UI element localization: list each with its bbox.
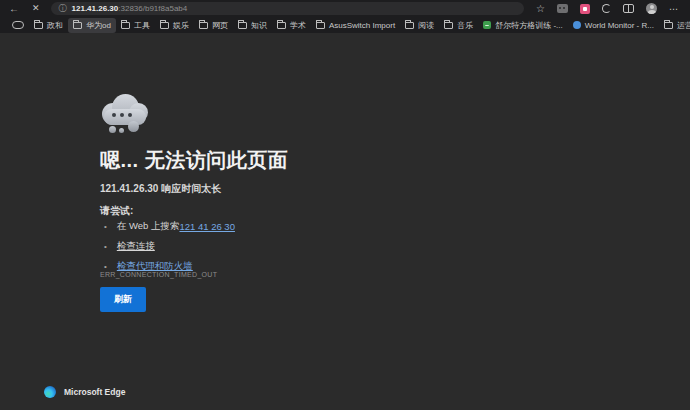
bookmark-folder-icon	[12, 21, 24, 29]
bookmark-folder-icon	[483, 21, 491, 29]
bookmark-item[interactable]	[7, 19, 29, 31]
bookmark-item[interactable]: 学术	[272, 18, 311, 33]
bookmark-item[interactable]: 工具	[116, 18, 155, 33]
bookmark-item[interactable]: World Monitor - R...	[568, 19, 659, 32]
edge-logo-icon	[44, 386, 56, 398]
site-info-icon[interactable]: ⓘ	[59, 2, 67, 15]
error-subtitle: 121.41.26.30 响应时间太长	[100, 182, 221, 196]
bookmark-label: 政和	[47, 20, 63, 31]
bookmark-label: AsusSwitch Import	[329, 21, 395, 30]
bookmark-folder-icon	[238, 22, 247, 29]
settings-menu-icon[interactable]: ⋯	[669, 4, 679, 14]
error-code: ERR_CONNECTION_TIMED_OUT	[100, 271, 217, 278]
url-text: 121.41.26.30:32836/b91f8a5ab4	[72, 4, 188, 13]
bookmark-folder-icon	[444, 22, 453, 29]
bookmark-item[interactable]: 网页	[194, 18, 233, 33]
error-page: 嗯... 无法访问此页面 121.41.26.30 响应时间太长 请尝试: 在 …	[0, 33, 690, 410]
error-title: 嗯... 无法访问此页面	[100, 147, 288, 174]
cloud-error-icon	[100, 91, 154, 137]
bookmark-label: 舒尔特方格训练 -...	[495, 20, 563, 31]
bookmark-item[interactable]: 政和	[29, 18, 68, 33]
bookmark-folder-icon	[316, 22, 325, 29]
bookmark-label: 音乐	[457, 20, 473, 31]
bookmark-folder-icon	[277, 22, 286, 29]
bookmark-folder-icon	[121, 22, 130, 29]
stop-icon[interactable]: ✕	[32, 0, 40, 17]
bookmark-folder-icon	[160, 22, 169, 29]
profile-avatar[interactable]	[646, 3, 657, 14]
bookmark-item[interactable]: 音乐	[439, 18, 478, 33]
suggestion-link[interactable]: 121 41 26 30	[179, 221, 234, 232]
bookmark-item[interactable]: 运营	[659, 18, 690, 33]
edge-brand-text: Microsoft Edge	[64, 387, 125, 397]
favorite-star-icon[interactable]: ☆	[536, 3, 545, 14]
bookmark-item[interactable]: 知识	[233, 18, 272, 33]
bookmark-folder-icon	[199, 22, 208, 29]
bookmark-label: 阅读	[418, 20, 434, 31]
bookmark-label: 运营	[677, 20, 690, 31]
bookmark-label: 工具	[134, 20, 150, 31]
split-screen-icon[interactable]	[623, 4, 634, 13]
url-path: :32836/b91f8a5ab4	[118, 4, 187, 13]
bookmark-folder-icon	[664, 22, 673, 29]
url-host: 121.41.26.30	[72, 4, 119, 13]
bookmark-folder-icon	[73, 22, 82, 29]
bookmark-folder-icon	[405, 22, 414, 29]
bookmark-label: 网页	[212, 20, 228, 31]
bookmark-folder-icon	[34, 22, 43, 29]
suggestion-item: 在 Web 上搜索 121 41 26 30	[100, 220, 235, 233]
bookmark-item[interactable]: 华为od	[68, 18, 116, 33]
bookmark-label: 学术	[290, 20, 306, 31]
bookmark-label: 华为od	[86, 20, 111, 31]
suggestion-text: 在 Web 上搜索	[117, 220, 180, 233]
toolbar-icons: ☆ ⋯	[536, 3, 679, 14]
bookmarks-bar: 政和 华为od 工具 娱乐 网页 知识 学术 AsusSwitc	[0, 17, 690, 33]
bookmark-label: 知识	[251, 20, 267, 31]
refresh-button[interactable]: 刷新	[100, 287, 146, 312]
suggestion-text: 检查连接	[117, 240, 155, 253]
back-icon[interactable]: ←	[9, 0, 19, 17]
bookmark-item[interactable]: 舒尔特方格训练 -...	[478, 18, 568, 33]
bookmark-item[interactable]: 阅读	[400, 18, 439, 33]
browser-window: ← ✕ ⓘ 121.41.26.30:32836/b91f8a5ab4 ☆ ⋯ …	[0, 0, 690, 410]
extension-ring-icon[interactable]	[602, 4, 611, 13]
bookmark-item[interactable]: 娱乐	[155, 18, 194, 33]
bookmark-folder-icon	[573, 21, 581, 29]
error-try-heading: 请尝试:	[100, 204, 133, 218]
extension-gray-icon[interactable]	[557, 4, 568, 13]
page-footer: Microsoft Edge	[36, 386, 125, 398]
address-bar[interactable]: ⓘ 121.41.26.30:32836/b91f8a5ab4	[51, 2, 524, 15]
bookmark-label: 娱乐	[173, 20, 189, 31]
browser-toolbar: ← ✕ ⓘ 121.41.26.30:32836/b91f8a5ab4 ☆ ⋯	[0, 0, 690, 17]
bookmark-label: World Monitor - R...	[585, 21, 654, 30]
bookmark-item[interactable]: AsusSwitch Import	[311, 19, 400, 32]
suggestion-item: 检查连接	[100, 240, 235, 253]
extension-pink-icon[interactable]	[580, 4, 590, 14]
